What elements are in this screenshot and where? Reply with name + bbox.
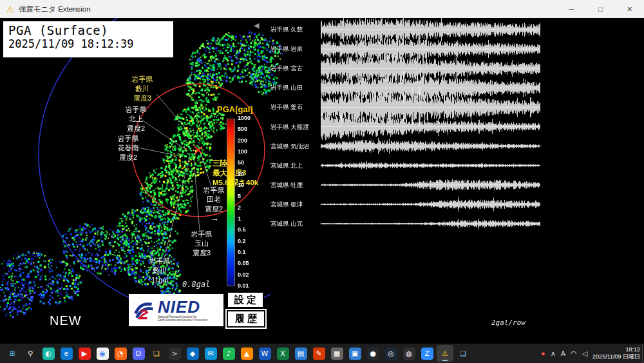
waveform-station-label: 岩手県 岩泉 xyxy=(270,45,328,54)
folder-window-icon: ❏ xyxy=(457,348,469,360)
photos-app-icon: ▣ xyxy=(349,348,361,360)
photos-app[interactable]: ▣ xyxy=(346,345,363,362)
waveform-station-label: 岩手県 宮古 xyxy=(270,64,328,73)
maximize-button[interactable]: □ xyxy=(586,0,615,18)
mail-app[interactable]: ✉ xyxy=(202,345,219,362)
station-label-hanamaki-minami: 岩手県 花巻南 震度2 xyxy=(104,134,152,162)
tray-app-icon[interactable]: ● xyxy=(541,349,545,357)
kyoshin-monitor-app-area: PGA (Surface) 2025/11/09 18:12:39 岩手県 藪川… xyxy=(0,18,644,344)
minimize-button[interactable]: ─ xyxy=(557,0,586,18)
screen: ⚠ 強震モニタ Extension ─ □ ✕ PGA (Surface) 20… xyxy=(0,0,644,363)
steam-app[interactable]: ◎ xyxy=(383,345,399,362)
calculator-app[interactable]: ▦ xyxy=(328,345,345,362)
waveform-station-label: 宮城県 気仙沼 xyxy=(270,142,328,151)
start-button[interactable]: ⊞ xyxy=(4,345,21,362)
waveform-row-marker-icon: ◀ xyxy=(254,21,259,30)
waveform-station-label: 岩手県 山田 xyxy=(270,84,328,92)
legend-tick-label: 10 xyxy=(238,182,244,188)
clock-time: 18:12 xyxy=(592,346,640,353)
paint-app-icon: ✎ xyxy=(313,348,325,360)
station-label-tamayama: 岩手県 玉山 震度3 xyxy=(181,230,222,257)
zoom-app-icon: Z xyxy=(421,348,433,360)
spotify-app[interactable]: ♪ xyxy=(220,345,237,362)
nied-logo-text: NIED xyxy=(158,299,207,315)
ime-indicator[interactable]: A xyxy=(561,349,565,357)
waveform-station-label: 宮城県 山元 xyxy=(270,220,328,228)
excel-app-icon: X xyxy=(277,348,289,360)
waveform-station-label: 宮城県 歌津 xyxy=(270,201,328,209)
vscode-app-icon: ◆ xyxy=(187,348,199,360)
github-app[interactable]: ● xyxy=(365,345,381,362)
legend-tick-label: 0.01 xyxy=(238,283,249,289)
copilot-app-icon: ◐ xyxy=(43,348,55,360)
network-icon[interactable]: ◠ xyxy=(571,349,577,358)
nied-logo: NIED National Research Institute for Ear… xyxy=(129,294,223,326)
firefox-browser[interactable]: ◔ xyxy=(112,345,129,362)
window-titlebar: ⚠ 強震モニタ Extension ─ □ ✕ xyxy=(0,0,644,18)
pga-legend: PGA[gal] 10005002001005020105210.50.20.1… xyxy=(217,104,267,298)
legend-color-scale xyxy=(227,119,235,286)
nied-logo-subtitle: National Research Institute for Earth Sc… xyxy=(158,315,207,322)
legend-tick-label: 500 xyxy=(238,126,247,132)
vlc-app-icon: ▲ xyxy=(241,348,253,360)
legend-tick-label: 0.02 xyxy=(238,272,249,278)
folder-window[interactable]: ❏ xyxy=(455,345,471,362)
youtube-app-icon: ▶ xyxy=(79,348,91,360)
legend-tick-label: 1000 xyxy=(238,115,251,121)
notepad-app-icon: ▤ xyxy=(295,348,307,360)
zoom-app[interactable]: Z xyxy=(419,345,435,362)
youtube-app[interactable]: ▶ xyxy=(76,345,93,362)
windows-taskbar: ⊞⚲◐e▶◉◔D❏>◆✉♪▲WX▤✎▦▣●◎◍Z⚠❏ ●∧A◠◁ 18:12 2… xyxy=(0,344,644,363)
word-app-icon: W xyxy=(259,348,271,360)
hidden-icons-chevron[interactable]: ∧ xyxy=(551,349,556,358)
calculator-app-icon: ▦ xyxy=(331,348,343,360)
mode-time-panel: PGA (Surface) 2025/11/09 18:12:39 xyxy=(3,21,173,57)
firefox-browser-icon: ◔ xyxy=(115,348,127,360)
gal-value-note: 0.8gal xyxy=(182,280,210,289)
word-app[interactable]: W xyxy=(256,345,273,362)
new-event-badge: NEW xyxy=(50,313,82,328)
system-tray: ●∧A◠◁ 18:12 2025/11/09 日曜日 xyxy=(541,344,640,363)
history-button[interactable]: 履 歴 xyxy=(227,310,265,328)
taskbar-clock[interactable]: 18:12 2025/11/09 日曜日 xyxy=(592,346,640,361)
legend-tick-label: 0.2 xyxy=(238,239,246,244)
search-button-icon: ⚲ xyxy=(24,348,37,360)
chrome-browser-icon: ◉ xyxy=(97,348,109,360)
legend-tick-label: 0.5 xyxy=(238,227,246,233)
close-button[interactable]: ✕ xyxy=(615,0,644,18)
file-explorer-icon: ❏ xyxy=(151,348,163,360)
notepad-app[interactable]: ▤ xyxy=(292,345,309,362)
vlc-app[interactable]: ▲ xyxy=(238,345,255,362)
volume-icon[interactable]: ◁ xyxy=(582,349,587,358)
search-button[interactable]: ⚲ xyxy=(22,345,39,362)
excel-app[interactable]: X xyxy=(274,345,291,362)
obs-app-icon: ◍ xyxy=(403,348,415,360)
terminal-app[interactable]: > xyxy=(166,345,183,362)
kyoshin-monitor-app-icon: ⚠ xyxy=(439,348,451,360)
terminal-app-icon: > xyxy=(169,348,181,360)
github-app-icon: ● xyxy=(367,348,379,360)
waveform-station-label: 宮城県 牡鹿 xyxy=(270,181,328,190)
mail-app-icon: ✉ xyxy=(205,348,217,360)
file-explorer[interactable]: ❏ xyxy=(148,345,165,362)
copilot-app[interactable]: ◐ xyxy=(40,345,57,362)
waveform-scale-label: 2gal/row xyxy=(491,319,526,327)
station-label-yabukawa-gal: 岩手県 藪川 11gal xyxy=(139,257,180,284)
settings-button[interactable]: 設 定 xyxy=(227,291,264,308)
legend-tick-label: 0.05 xyxy=(238,260,249,266)
kyoshin-monitor-app[interactable]: ⚠ xyxy=(437,345,453,362)
legend-tick-label: 1 xyxy=(238,216,241,222)
start-button-icon: ⊞ xyxy=(6,348,19,360)
paint-app[interactable]: ✎ xyxy=(310,345,327,362)
clock-date: 2025/11/09 日曜日 xyxy=(592,353,640,360)
vscode-app[interactable]: ◆ xyxy=(184,345,201,362)
discord-app[interactable]: D xyxy=(130,345,147,362)
edge-browser[interactable]: e xyxy=(58,345,75,362)
legend-tick-label: 5 xyxy=(238,193,241,199)
legend-title: PGA[gal] xyxy=(217,104,267,114)
warning-app-icon: ⚠ xyxy=(6,5,14,14)
station-label-yabukawa-intensity: 岩手県 藪川 震度3 xyxy=(120,75,165,103)
current-level-arrow-icon: → xyxy=(210,213,219,223)
chrome-browser[interactable]: ◉ xyxy=(94,345,111,362)
obs-app[interactable]: ◍ xyxy=(401,345,417,362)
